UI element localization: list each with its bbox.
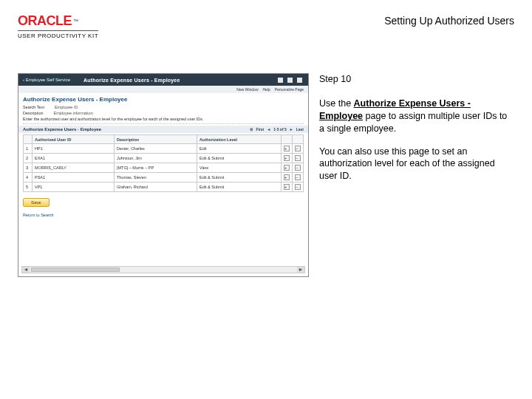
subbar-personalize[interactable]: Personalize Page [275, 87, 304, 92]
app-title: Authorize Expense Users - Employee [76, 78, 272, 83]
add-row-button[interactable]: + [282, 154, 293, 163]
titlebar-icons [278, 78, 304, 83]
delete-row-button[interactable]: − [293, 173, 304, 183]
scroll-thumb[interactable] [31, 267, 120, 272]
minus-icon: − [295, 174, 301, 180]
col-del [293, 135, 304, 144]
auth-user-cell[interactable]: EXA1 [33, 154, 115, 163]
delete-row-button[interactable]: − [293, 163, 304, 173]
brand-subtitle: USER PRODUCTIVITY KIT [18, 30, 98, 39]
app-titlebar: ‹ Employee Self Service Authorize Expens… [18, 74, 308, 86]
auth-user-cell[interactable]: HP1 [33, 144, 115, 154]
gear-icon[interactable]: ⚙ [250, 127, 253, 132]
level-cell[interactable]: Edit [197, 144, 282, 154]
flag-icon[interactable] [287, 78, 293, 83]
table-body: 1 HP1 Dexter, Charles Edit + − 2 EXA1 Jo… [24, 144, 304, 192]
page-title: Setting Up Authorized Users [384, 15, 514, 27]
subbar-newwindow[interactable]: New Window [236, 87, 258, 92]
plus-icon: + [284, 146, 290, 151]
delete-row-button[interactable]: − [293, 144, 304, 154]
auth-user-cell[interactable]: PSA1 [33, 173, 115, 183]
add-row-button[interactable]: + [282, 163, 293, 173]
level-cell[interactable]: Edit & Submit [197, 154, 282, 163]
level-cell[interactable]: View [197, 163, 282, 173]
col-auth-user: Authorized User ID [33, 135, 115, 144]
step-label: Step 10 [319, 73, 511, 86]
subbar-help[interactable]: Help [263, 87, 270, 92]
return-link[interactable]: Return to Search [18, 211, 308, 219]
level-cell[interactable]: Edit & Submit [197, 183, 282, 192]
table-row: 1 HP1 Dexter, Charles Edit + − [24, 144, 304, 154]
kv-value: Employee information [54, 111, 93, 115]
col-level: Authorization Level [197, 135, 282, 144]
row-num: 5 [24, 183, 33, 192]
menu-icon[interactable] [297, 78, 302, 83]
kv-row: Search Text Employee ID [18, 104, 308, 110]
grid-title: Authorize Expense Users - Employee [23, 127, 101, 132]
instruction-paragraph-1: Use the Authorize Expense Users - Employ… [319, 98, 511, 135]
desc-cell: Thomas, Steven [114, 173, 197, 183]
divider [23, 123, 304, 124]
plus-icon: + [284, 174, 290, 180]
brand-block: ORACLE ™ USER PRODUCTIVITY KIT [18, 13, 98, 39]
kv-value: Employee ID [55, 105, 78, 109]
table-row: 2 EXA1 Johnston, Jim Edit & Submit + − [24, 154, 304, 163]
auth-user-cell[interactable]: MORRIS_CARLY [33, 163, 115, 173]
desc-cell: Dexter, Charles [114, 144, 197, 154]
minus-icon: − [295, 155, 301, 161]
brand-name: ORACLE [18, 13, 72, 29]
kv-key: Search Text [23, 105, 44, 109]
desc-cell: [MTG] – Morris – PP [114, 163, 197, 173]
add-row-button[interactable]: + [282, 173, 293, 183]
minus-icon: − [295, 165, 301, 171]
scroll-track[interactable] [30, 267, 297, 273]
pager-range: 1-5 of 5 [273, 127, 287, 132]
delete-row-button[interactable]: − [293, 154, 304, 163]
instruction-panel: Step 10 Use the Authorize Expense Users … [319, 73, 511, 277]
p1-pre: Use the [319, 98, 354, 109]
table-row: 3 MORRIS_CARLY [MTG] – Morris – PP View … [24, 163, 304, 173]
app-screenshot: ‹ Employee Self Service Authorize Expens… [18, 73, 309, 277]
auth-user-cell[interactable]: VP1 [33, 183, 115, 192]
col-num [24, 135, 33, 144]
plus-icon: + [284, 155, 290, 161]
row-num: 1 [24, 144, 33, 154]
pager-first[interactable]: First [256, 127, 264, 132]
table-row: 4 PSA1 Thomas, Steven Edit & Submit + − [24, 173, 304, 183]
app-subbar: New Window Help Personalize Page [18, 86, 308, 93]
body: ‹ Employee Self Service Authorize Expens… [18, 73, 514, 277]
scroll-left-icon[interactable]: ◄ [22, 267, 30, 273]
delete-row-button[interactable]: − [293, 183, 304, 192]
back-link[interactable]: ‹ Employee Self Service [23, 78, 70, 82]
row-num: 2 [24, 154, 33, 163]
add-row-button[interactable]: + [282, 183, 293, 192]
kv-key: Description [23, 111, 44, 115]
header: ORACLE ™ USER PRODUCTIVITY KIT Setting U… [18, 13, 514, 39]
table-row: 5 VP1 Graham, Richard Edit & Submit + − [24, 183, 304, 192]
row-num: 4 [24, 173, 33, 183]
kv-row: Description Employee information [18, 110, 308, 116]
desc-cell: Graham, Richard [114, 183, 197, 192]
home-icon[interactable] [278, 78, 283, 83]
trademark: ™ [73, 18, 78, 24]
desc-cell: Johnston, Jim [114, 154, 197, 163]
page: ORACLE ™ USER PRODUCTIVITY KIT Setting U… [0, 0, 532, 399]
pager-last[interactable]: Last [296, 127, 304, 132]
chevron-left-icon[interactable]: ◄ [267, 127, 270, 132]
row-num: 3 [24, 163, 33, 173]
horizontal-scrollbar[interactable]: ◄ ► [21, 266, 305, 273]
save-button[interactable]: Save [23, 198, 50, 207]
section-title: Authorize Expense Users - Employee [18, 93, 308, 104]
instruction-paragraph-2: You can also use this page to set an aut… [319, 146, 511, 183]
table-header-row: Authorized User ID Description Authoriza… [24, 135, 304, 144]
chevron-right-icon[interactable]: ► [290, 127, 293, 132]
scroll-right-icon[interactable]: ► [297, 267, 304, 273]
add-row-button[interactable]: + [282, 144, 293, 154]
col-desc: Description [114, 135, 197, 144]
level-cell[interactable]: Edit & Submit [197, 173, 282, 183]
grid-pager: ⚙ First ◄ 1-5 of 5 ► Last [250, 127, 304, 132]
help-text: Enter the authorized user and authorizat… [18, 116, 308, 122]
col-add [282, 135, 293, 144]
users-table: Authorized User ID Description Authoriza… [23, 134, 304, 192]
plus-icon: + [284, 165, 290, 171]
